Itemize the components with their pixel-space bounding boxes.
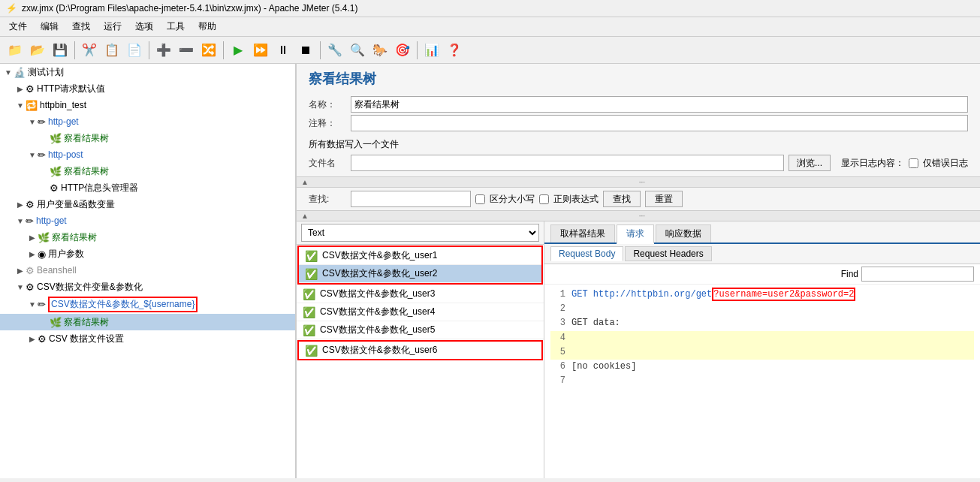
tree-item-user-vars[interactable]: ▶⚙用户变量&函数变量 [0, 196, 295, 212]
tree-item-http-get-1[interactable]: ▼✏http-get [0, 113, 295, 130]
menu-item-查找[interactable]: 查找 [66, 19, 96, 35]
expand-arrow[interactable]: ▶ [27, 335, 38, 343]
save-btn[interactable]: 💾 [50, 40, 71, 61]
divider-up-arrow[interactable]: ▲ [301, 178, 309, 186]
run-no-pause-btn[interactable]: ⏩ [250, 40, 271, 61]
menu-item-工具[interactable]: 工具 [161, 19, 191, 35]
result-item[interactable]: ✅CSV数据文件&参数化_user3 [297, 285, 544, 303]
name-input[interactable] [351, 96, 968, 113]
remote-btn[interactable]: 🐎 [369, 40, 390, 61]
tree-item-user-params[interactable]: ▶◉用户参数 [0, 246, 295, 262]
stop-btn[interactable]: ⏹ [295, 40, 316, 61]
result-name: CSV数据文件&参数化_user4 [320, 306, 435, 318]
red-border-group: ✅CSV数据文件&参数化_user1✅CSV数据文件&参数化_user2 [297, 246, 543, 285]
expand-arrow[interactable]: ▼ [3, 68, 14, 77]
result-list: ✅CSV数据文件&参数化_user1✅CSV数据文件&参数化_user2✅CSV… [297, 245, 544, 478]
menu-item-编辑[interactable]: 编辑 [35, 19, 65, 35]
tree-item-http-post[interactable]: ▼✏http-post [0, 146, 295, 163]
new-btn[interactable]: 📁 [5, 40, 26, 61]
templates-btn[interactable]: 📊 [421, 40, 442, 61]
detail-tab-请求[interactable]: 请求 [617, 224, 654, 244]
tree-item-csv-get[interactable]: ▼✏CSV数据文件&参数化_${username} [0, 295, 295, 314]
menu-item-帮助[interactable]: 帮助 [192, 19, 222, 35]
toolbar-separator [149, 41, 149, 59]
dropdown-row: TextHTMLJSONXMLRegexp TesterCSS/JQuery T… [297, 221, 544, 245]
name-label: 名称： [309, 98, 346, 111]
tree-item-http-header[interactable]: ⚙HTTP信息头管理器 [0, 179, 295, 196]
file-input[interactable] [351, 155, 784, 171]
main-layout: ▼🔬测试计划▶⚙HTTP请求默认值▼🔁httpbin_test▼✏http-ge… [0, 64, 980, 478]
node-label: HTTP信息头管理器 [61, 182, 138, 194]
expand-arrow[interactable]: ▶ [15, 200, 26, 209]
tree-item-httpbin-test[interactable]: ▼🔁httpbin_test [0, 97, 295, 113]
menu-item-运行[interactable]: 运行 [98, 19, 128, 35]
inner-tab-RequestBody[interactable]: Request Body [550, 246, 623, 261]
expand-arrow[interactable]: ▼ [27, 151, 38, 159]
result-item[interactable]: ✅CSV数据文件&参数化_user6 [297, 340, 543, 360]
tree-item-beanshell[interactable]: ▶⚙Beanshell [0, 262, 295, 279]
reset-button[interactable]: 重置 [645, 191, 683, 207]
browse-button[interactable]: 浏览... [789, 155, 831, 171]
remote-stop-btn[interactable]: 🎯 [392, 40, 413, 61]
copy-btn[interactable]: 📋 [101, 40, 122, 61]
help-btn[interactable]: ❓ [444, 40, 465, 61]
error-only-checkbox[interactable] [909, 158, 918, 168]
node-label: 用户参数 [48, 248, 84, 261]
expand-arrow[interactable]: ▼ [27, 300, 38, 309]
case-sensitive-checkbox[interactable] [475, 194, 485, 204]
expand-arrow[interactable]: ▼ [15, 217, 26, 225]
node-icon: ✏ [38, 149, 46, 161]
add-btn[interactable]: ➕ [153, 40, 174, 61]
expand-arrow[interactable]: ▶ [27, 250, 38, 258]
tree-item-result-tree-3[interactable]: ▶🌿察看结果树 [0, 229, 295, 246]
list-panel: TextHTMLJSONXMLRegexp TesterCSS/JQuery T… [297, 221, 544, 478]
result-item[interactable]: ✅CSV数据文件&参数化_user1 [299, 247, 541, 265]
clear-all-btn[interactable]: 🔍 [347, 40, 368, 61]
result-item[interactable]: ✅CSV数据文件&参数化_user5 [297, 321, 544, 339]
split-area: TextHTMLJSONXMLRegexp TesterCSS/JQuery T… [297, 221, 980, 478]
divider-up-arrow-2[interactable]: ▲ [301, 212, 309, 220]
tree-item-csv-config[interactable]: ▶⚙CSV 数据文件设置 [0, 330, 295, 347]
expand-arrow[interactable]: ▼ [15, 101, 26, 110]
node-label: 测试计划 [28, 66, 64, 79]
search-input[interactable] [351, 191, 471, 207]
result-item[interactable]: ✅CSV数据文件&参数化_user4 [297, 303, 544, 321]
tree-item-http-get-2[interactable]: ▼✏http-get [0, 212, 295, 229]
run-btn[interactable]: ▶ [228, 40, 249, 61]
expand-arrow[interactable]: ▶ [15, 267, 26, 275]
regex-checkbox[interactable] [539, 194, 549, 204]
comment-input[interactable] [351, 115, 968, 131]
tree-item-result-tree-4[interactable]: 🌿察看结果树 [0, 314, 295, 330]
find-input[interactable] [861, 267, 974, 282]
tree-item-csv-vars[interactable]: ▼⚙CSV数据文件变量&参数化 [0, 279, 295, 295]
expand-arrow[interactable]: ▼ [27, 118, 38, 126]
expand-arrow[interactable]: ▶ [27, 233, 38, 242]
open-btn[interactable]: 📂 [27, 40, 48, 61]
code-line: 2 [550, 302, 974, 316]
tree-item-result-tree-2[interactable]: 🌿察看结果树 [0, 163, 295, 179]
paste-btn[interactable]: 📄 [124, 40, 145, 61]
tree-item-test-plan[interactable]: ▼🔬测试计划 [0, 64, 295, 80]
tree-item-result-tree-1[interactable]: 🌿察看结果树 [0, 130, 295, 146]
menu-item-选项[interactable]: 选项 [129, 19, 159, 35]
inner-tab-RequestHeaders[interactable]: Request Headers [625, 246, 711, 261]
inner-tabs-row: Request BodyRequest Headers [544, 244, 980, 264]
code-line: 7 [550, 374, 974, 388]
result-item[interactable]: ✅CSV数据文件&参数化_user2 [299, 265, 541, 283]
detail-tab-取样器结果[interactable]: 取样器结果 [550, 224, 615, 243]
detail-tab-响应数据[interactable]: 响应数据 [656, 224, 711, 243]
format-dropdown[interactable]: TextHTMLJSONXMLRegexp TesterCSS/JQuery T… [301, 224, 539, 242]
expand-arrow[interactable]: ▶ [15, 85, 26, 93]
tree-item-http-defaults[interactable]: ▶⚙HTTP请求默认值 [0, 80, 295, 97]
expand-arrow[interactable]: ▼ [15, 283, 26, 291]
search-button[interactable]: 查找 [603, 191, 641, 207]
node-icon: ⚙ [50, 182, 59, 194]
code-line: 6[no cookies] [550, 360, 974, 374]
cut-btn[interactable]: ✂️ [79, 40, 100, 61]
toolbar-separator [320, 41, 321, 59]
move-btn[interactable]: 🔀 [198, 40, 219, 61]
pause-btn[interactable]: ⏸ [273, 40, 294, 61]
menu-item-文件[interactable]: 文件 [3, 19, 33, 35]
remove-btn[interactable]: ➖ [176, 40, 197, 61]
clear-btn[interactable]: 🔧 [324, 40, 345, 61]
